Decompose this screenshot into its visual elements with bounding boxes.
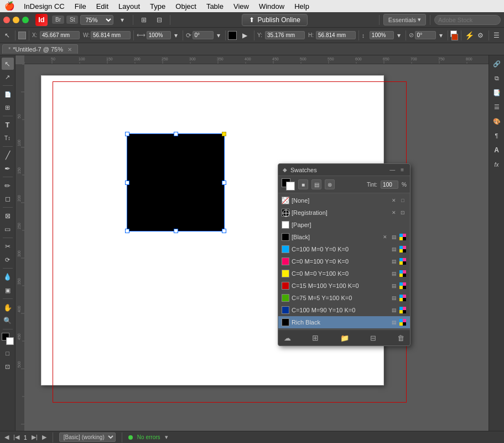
selection-tool-icon[interactable]: ↖	[2, 30, 12, 41]
errors-dropdown[interactable]: ▾	[165, 434, 168, 441]
handle-bottom-center[interactable]	[174, 229, 178, 233]
swatch-new-btn[interactable]: ⊞	[310, 332, 321, 343]
scale-h-input[interactable]	[370, 31, 394, 39]
swatches-collapse-btn[interactable]: —	[388, 166, 397, 173]
menu-window[interactable]: Window	[254, 1, 289, 12]
type-tool[interactable]: T	[2, 119, 14, 131]
x-input[interactable]	[40, 31, 80, 39]
eraser-tool[interactable]: ◻	[2, 193, 14, 205]
menu-file[interactable]: File	[70, 1, 91, 12]
handle-bottom-right[interactable]	[222, 229, 226, 233]
rectangle-frame-tool[interactable]: ⊠	[2, 210, 14, 222]
lightning-btn[interactable]: ⚡	[464, 30, 474, 41]
color-btn[interactable]: ■	[298, 179, 308, 189]
gradient-tool[interactable]: ▣	[2, 284, 14, 296]
color-swatches-tool[interactable]	[2, 333, 14, 345]
swatch-none-delete[interactable]: ✕	[390, 197, 398, 204]
swatch-cyan[interactable]: C=100 M=0 Y=0 K=0 ▤	[278, 243, 410, 255]
page-tool[interactable]: 📄	[2, 88, 14, 100]
no-color-btn[interactable]: ⊗	[325, 179, 335, 189]
swatch-blue[interactable]: C=100 M=90 Y=10 K=0 ▤	[278, 304, 410, 316]
handle-top-center[interactable]	[174, 132, 178, 136]
pencil-tool[interactable]: ✏	[2, 179, 14, 192]
panel-character[interactable]: A	[491, 144, 503, 156]
swatches-collapse-arrow[interactable]: ◆	[283, 167, 287, 173]
minimize-button[interactable]	[13, 17, 19, 23]
zoom-dropdown-btn[interactable]: ▾	[116, 14, 129, 25]
swatch-registration[interactable]: [Registration] ✕ ⊡	[278, 207, 410, 219]
shear-input[interactable]	[415, 31, 436, 39]
close-tab-btn[interactable]: ✕	[67, 47, 72, 53]
menu-type[interactable]: Type	[146, 1, 170, 12]
swatch-none[interactable]: [None] ✕ □	[278, 194, 410, 207]
menu-indesign[interactable]: InDesign CC	[19, 1, 69, 12]
shear-dropdown[interactable]: ▾	[437, 30, 445, 41]
swatch-reg-delete[interactable]: ✕	[390, 209, 398, 217]
scale-h-dropdown[interactable]: ▾	[395, 30, 403, 41]
fill-stroke-indicator[interactable]	[282, 178, 295, 190]
next-page-btn[interactable]: ▶	[42, 434, 46, 441]
panel-fx[interactable]: fx	[491, 158, 503, 171]
swatch-rich-black[interactable]: Rich Black ▤	[278, 316, 410, 328]
menu-view[interactable]: View	[229, 1, 253, 12]
swatch-green[interactable]: C=75 M=5 Y=100 K=0 ▤	[278, 292, 410, 304]
last-page-btn[interactable]: ▶|	[32, 434, 38, 441]
menu-edit[interactable]: Edit	[92, 1, 113, 12]
panel-stroke[interactable]: ☰	[491, 101, 503, 113]
pen-tool[interactable]: ✒	[2, 162, 14, 174]
close-button[interactable]	[3, 17, 10, 23]
menu-table[interactable]: Table	[202, 1, 228, 12]
w-input[interactable]	[91, 31, 131, 39]
fullscreen-button[interactable]	[22, 17, 29, 23]
color-more-btn[interactable]: ▶	[238, 30, 251, 41]
black-rectangle[interactable]	[127, 134, 224, 231]
essentials-button[interactable]: Essentials ▾	[383, 14, 426, 25]
angle-input[interactable]	[193, 31, 214, 39]
swatch-tint-btn[interactable]: ⊟	[368, 333, 378, 343]
panel-menu-btn[interactable]: ☰	[492, 30, 502, 41]
panel-links[interactable]: 🔗	[491, 58, 503, 70]
layout-view-btn[interactable]: ⊞	[137, 14, 150, 25]
menu-help[interactable]: Help	[290, 1, 314, 12]
gradient-btn[interactable]: ▤	[311, 179, 321, 189]
swatches-expand-btn[interactable]: ≡	[399, 166, 406, 173]
swatch-color-group-btn[interactable]: ☁	[282, 333, 293, 343]
stock-button[interactable]: St	[66, 16, 78, 24]
first-page-btn[interactable]: |◀	[13, 434, 19, 441]
menu-object[interactable]: Object	[171, 1, 201, 12]
swatch-yellow[interactable]: C=0 M=0 Y=100 K=0 ▤	[278, 267, 410, 280]
handle-corner-yellow[interactable]	[222, 132, 226, 136]
handle-middle-right[interactable]	[222, 181, 226, 185]
style-select[interactable]: [Basic] (working)	[59, 432, 116, 442]
preview-mode-btn[interactable]: ⊡	[2, 360, 14, 373]
selection-tool[interactable]: ↖	[2, 58, 14, 70]
fill-color[interactable]	[228, 31, 237, 40]
swatch-folder-btn[interactable]: 📁	[338, 333, 351, 343]
swatch-paper[interactable]: [Paper]	[278, 219, 410, 231]
bridge-button[interactable]: Br	[52, 16, 64, 24]
panel-layers[interactable]: ⧉	[491, 72, 503, 84]
zoom-tool[interactable]: 🔍	[2, 315, 14, 327]
panel-pages[interactable]: 📑	[491, 86, 503, 99]
y-input[interactable]	[265, 31, 305, 39]
free-transform-tool[interactable]: ⟳	[2, 254, 14, 266]
prev-page-btn[interactable]: ◀	[4, 434, 9, 441]
menu-layout[interactable]: Layout	[114, 1, 144, 12]
gear-btn[interactable]: ⚙	[475, 30, 485, 41]
panel-paragraph[interactable]: ¶	[491, 130, 503, 142]
angle-dropdown[interactable]: ▾	[215, 30, 222, 41]
rectangle-tool[interactable]: ▭	[2, 223, 14, 235]
swatch-black[interactable]: [Black] ✕ ▤	[278, 231, 410, 243]
swatch-delete-btn[interactable]: 🗑	[395, 333, 407, 343]
handle-middle-left[interactable]	[125, 181, 129, 185]
search-input[interactable]	[434, 15, 501, 25]
gap-tool[interactable]: ⊞	[2, 101, 14, 114]
view-mode-btn[interactable]: □	[2, 347, 14, 359]
scale-w-input[interactable]	[147, 31, 171, 39]
apple-menu[interactable]: 🍎	[4, 1, 15, 11]
swatch-magenta[interactable]: C=0 M=100 Y=0 K=0 ▤	[278, 255, 410, 267]
page-canvas[interactable]	[24, 64, 489, 431]
handle-bottom-left[interactable]	[125, 229, 129, 233]
panel-color[interactable]: 🎨	[491, 115, 503, 127]
publish-online-button[interactable]: ⬆ Publish Online	[242, 14, 307, 26]
